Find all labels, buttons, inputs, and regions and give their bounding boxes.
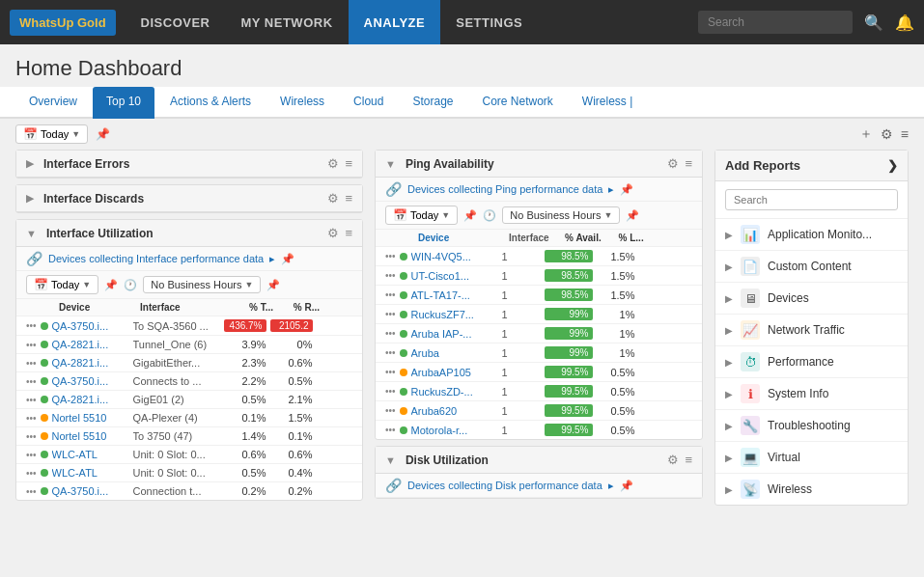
sidebar-item-network-traffic[interactable]: ▶ 📈 Network Traffic [715,315,908,346]
device-name[interactable]: WLC-ATL [52,449,129,460]
ping-row-menu-icon[interactable]: ••• [385,270,396,281]
interface-discards-toggle[interactable]: ▶ [26,192,34,205]
ping-row-menu-icon[interactable]: ••• [385,251,396,261]
row-menu-icon[interactable]: ••• [26,468,37,479]
row-menu-icon[interactable]: ••• [26,358,37,369]
row-menu-icon[interactable]: ••• [26,395,37,405]
interface-discards-list[interactable]: ≡ [345,191,352,206]
ping-device-name[interactable]: Motorola-r... [411,425,498,436]
device-name[interactable]: Nortel 5510 [52,412,129,424]
interface-errors-toggle[interactable]: ▶ [26,157,34,170]
nav-search-input[interactable] [698,11,853,34]
search-icon[interactable]: 🔍 [864,14,883,32]
tab-top10[interactable]: Top 10 [93,87,154,119]
interface-utilization-list[interactable]: ≡ [345,226,352,240]
disk-toggle[interactable]: ▼ [385,454,396,466]
add-reports-expand-icon[interactable]: ❯ [887,158,898,173]
ping-device-name[interactable]: WIN-4VQ5... [411,251,498,262]
sidebar-item-devices[interactable]: ▶ 🖥 Devices [715,283,908,315]
utilization-devices-label[interactable]: Devices collecting Interface performance… [48,253,264,264]
interface-utilization-toggle[interactable]: ▼ [26,228,37,239]
ping-pin2-icon[interactable]: 📌 [463,209,477,222]
nav-settings[interactable]: SETTINGS [440,0,538,44]
ping-device-name[interactable]: RuckusZF7... [411,309,498,320]
ping-device-name[interactable]: RuckusZD-... [411,386,498,398]
ping-toggle[interactable]: ▼ [385,158,396,170]
settings-gear-icon[interactable]: ⚙ [881,126,893,142]
utilization-today-button[interactable]: 📅 Today ▼ [26,275,98,294]
utilization-pin-icon[interactable]: 📌 [281,253,294,265]
ping-row-menu-icon[interactable]: ••• [385,386,396,397]
row-menu-icon[interactable]: ••• [26,320,37,331]
device-name[interactable]: QA-2821.i... [52,339,129,350]
nav-discover[interactable]: DISCOVER [126,0,226,44]
tab-actions-alerts[interactable]: Actions & Alerts [156,87,265,119]
today-button[interactable]: 📅 Today ▼ [15,124,88,144]
row-menu-icon[interactable]: ••• [26,376,37,387]
row-menu-icon[interactable]: ••• [26,450,37,460]
device-name[interactable]: QA-3750.i... [52,375,129,387]
ping-device-name[interactable]: Aruba IAP-... [411,328,498,340]
interface-errors-list[interactable]: ≡ [345,156,352,171]
tab-storage[interactable]: Storage [399,87,466,119]
sidebar-item-application-monito---[interactable]: ▶ 📊 Application Monito... [715,219,908,251]
add-report-icon[interactable]: ＋ [859,125,873,143]
disk-pin-icon[interactable]: 📌 [620,480,633,492]
ping-no-biz-pin-icon[interactable]: 📌 [626,209,639,222]
sidebar-item-system-info[interactable]: ▶ ℹ System Info [715,378,908,410]
ping-pin-icon[interactable]: 📌 [620,183,633,196]
ping-no-business-button[interactable]: No Business Hours ▼ [502,206,620,224]
device-name[interactable]: Nortel 5510 [52,430,129,442]
ping-row-menu-icon[interactable]: ••• [385,405,396,416]
device-name[interactable]: QA-2821.i... [52,394,129,405]
interface-utilization-gear[interactable]: ⚙ [327,226,339,240]
sidebar-search-input[interactable] [725,189,898,210]
disk-gear[interactable]: ⚙ [667,453,679,467]
nav-mynetwork[interactable]: MY NETWORK [225,0,348,44]
device-name[interactable]: WLC-ATL [52,467,129,479]
no-business-button[interactable]: No Business Hours ▼ [143,276,261,293]
tab-wireless[interactable]: Wireless [266,87,338,119]
ping-list[interactable]: ≡ [685,156,692,171]
ping-device-name[interactable]: ArubaAP105 [411,367,498,378]
ping-row-menu-icon[interactable]: ••• [385,328,396,339]
ping-device-name[interactable]: Aruba620 [411,405,498,417]
sidebar-item-custom-content[interactable]: ▶ 📄 Custom Content [715,251,908,283]
utilization-pin2-icon[interactable]: 📌 [104,279,118,291]
ping-today-button[interactable]: 📅 Today ▼ [385,206,458,225]
device-name[interactable]: QA-2821.i... [52,357,129,369]
ping-row-menu-icon[interactable]: ••• [385,425,396,435]
row-menu-icon[interactable]: ••• [26,431,37,442]
sidebar-item-virtual[interactable]: ▶ 💻 Virtual [715,442,908,474]
no-business-pin-icon[interactable]: 📌 [266,279,280,291]
ping-row-menu-icon[interactable]: ••• [385,309,396,319]
ping-device-name[interactable]: Aruba [411,347,498,359]
row-menu-icon[interactable]: ••• [26,486,37,497]
sidebar-item-troubleshooting[interactable]: ▶ 🔧 Troubleshooting [715,410,908,442]
row-menu-icon[interactable]: ••• [26,340,37,350]
disk-devices-label[interactable]: Devices collecting Disk performance data [407,480,602,491]
device-name[interactable]: QA-3750.i... [52,485,129,497]
tab-core-network[interactable]: Core Network [469,87,567,119]
device-name[interactable]: QA-3750.i... [52,320,129,332]
ping-gear[interactable]: ⚙ [667,156,679,171]
nav-analyze[interactable]: ANALYZE [349,0,441,44]
pin-icon[interactable]: 📌 [96,127,110,141]
sidebar-item-wireless[interactable]: ▶ 📡 Wireless [715,474,908,505]
disk-list[interactable]: ≡ [685,453,692,467]
ping-device-name[interactable]: ATL-TA17-... [411,289,498,301]
ping-devices-label[interactable]: Devices collecting Ping performance data [407,183,602,195]
tab-cloud[interactable]: Cloud [340,87,397,119]
row-menu-icon[interactable]: ••• [26,413,37,424]
tab-overview[interactable]: Overview [15,87,91,119]
tab-wireless-pipe[interactable]: Wireless | [569,87,646,119]
ping-row-menu-icon[interactable]: ••• [385,347,396,358]
interface-discards-gear[interactable]: ⚙ [327,191,339,206]
ping-device-name[interactable]: UT-Cisco1... [411,270,498,282]
ping-row-menu-icon[interactable]: ••• [385,367,396,377]
sidebar-item-performance[interactable]: ▶ ⏱ Performance [715,346,908,378]
layout-icon[interactable]: ≡ [901,126,909,142]
interface-errors-gear[interactable]: ⚙ [327,156,339,171]
notifications-icon[interactable]: 🔔 [895,14,914,32]
ping-row-menu-icon[interactable]: ••• [385,289,396,300]
